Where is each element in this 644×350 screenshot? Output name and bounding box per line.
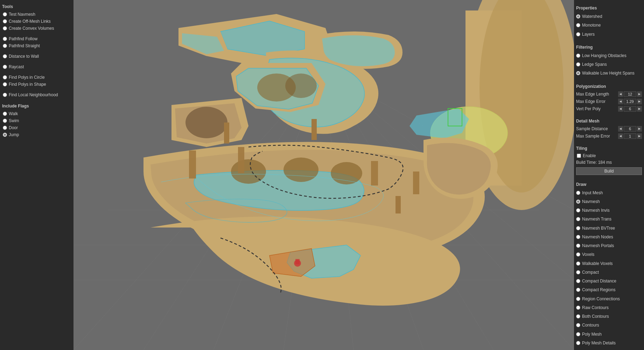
draw-poly-mesh-radio[interactable]	[576, 332, 580, 336]
draw-compact-distance[interactable]: Compact Distance	[576, 277, 642, 285]
max-sample-error-input[interactable]	[624, 133, 636, 139]
tool-pathfind-straight[interactable]: Pathfind Straight	[2, 43, 71, 49]
draw-raw-contours[interactable]: Raw Contours	[576, 303, 642, 312]
draw-walkable-voxels-radio[interactable]	[576, 261, 580, 266]
sample-distance-dec[interactable]: ◄	[618, 126, 623, 132]
tool-pathfind-follow[interactable]: Pathfind Follow	[2, 36, 71, 42]
tool-find-polys-shape-radio[interactable]	[3, 82, 7, 86]
draw-compact-label: Compact	[582, 270, 599, 275]
flag-jump[interactable]: Jump	[2, 132, 71, 138]
draw-navmesh-portals-radio[interactable]	[576, 244, 580, 248]
draw-navmesh-trans-radio[interactable]	[576, 217, 580, 221]
watershed-item[interactable]: Watershed	[576, 12, 642, 21]
build-button[interactable]: Build	[576, 167, 642, 175]
tool-test-navmesh[interactable]: Test Navmesh	[2, 11, 71, 18]
sample-distance-input[interactable]	[624, 126, 636, 132]
flag-walk-radio[interactable]	[3, 112, 7, 116]
viewport[interactable]	[74, 0, 574, 350]
draw-both-contours[interactable]: Both Contours	[576, 312, 642, 321]
tool-distance-wall[interactable]: Distance to Wall	[2, 53, 71, 59]
monotone-radio[interactable]	[576, 23, 580, 27]
tool-create-offmesh[interactable]: Create Off-Mesh Links	[2, 18, 71, 24]
walkable-low-height-item[interactable]: Walkable Low Height Spans	[576, 69, 642, 77]
flag-swim[interactable]: Swim	[2, 118, 71, 124]
tool-find-local-neighbourhood-radio[interactable]	[3, 93, 7, 97]
draw-compact-radio[interactable]	[576, 270, 580, 274]
tool-raycast-radio[interactable]	[3, 65, 7, 69]
flag-walk[interactable]: Walk	[2, 111, 71, 117]
max-edge-error-inc[interactable]: ►	[637, 99, 642, 104]
tool-create-convex-radio[interactable]	[3, 26, 7, 30]
draw-region-connections-radio[interactable]	[576, 297, 580, 301]
draw-compact-regions-radio[interactable]	[576, 288, 580, 292]
draw-navmesh-nodes-radio[interactable]	[576, 235, 580, 239]
vert-per-poly-inc[interactable]: ►	[637, 106, 642, 112]
draw-navmesh-nodes[interactable]: Navmesh Nodes	[576, 233, 642, 241]
draw-walkable-voxels[interactable]: Walkable Voxels	[576, 259, 642, 268]
draw-navmesh-trans[interactable]: Navmesh Trans	[576, 215, 642, 223]
draw-input-mesh[interactable]: Input Mesh	[576, 189, 642, 197]
draw-poly-mesh-details-radio[interactable]	[576, 341, 580, 345]
monotone-item[interactable]: Monotone	[576, 21, 642, 29]
tiling-enable-checkbox[interactable]	[577, 154, 581, 158]
tool-create-offmesh-radio[interactable]	[3, 19, 7, 23]
max-edge-error-dec[interactable]: ◄	[618, 99, 623, 104]
walkable-low-height-radio[interactable]	[576, 71, 580, 75]
tool-pathfind-follow-radio[interactable]	[3, 37, 7, 41]
tool-create-convex[interactable]: Create Convex Volumes	[2, 25, 71, 31]
flag-jump-radio[interactable]	[3, 133, 7, 137]
vert-per-poly-input[interactable]	[624, 106, 636, 112]
tool-pathfind-straight-radio[interactable]	[3, 44, 7, 48]
draw-contours-radio[interactable]	[576, 323, 580, 327]
tool-distance-wall-radio[interactable]	[3, 54, 7, 58]
ledge-spans-item[interactable]: Ledge Spans	[576, 60, 642, 69]
draw-region-connections[interactable]: Region Connections	[576, 295, 642, 303]
draw-navmesh-bvtree-radio[interactable]	[576, 226, 580, 230]
draw-navmesh-invis-radio[interactable]	[576, 208, 580, 212]
tool-find-polys-circle-radio[interactable]	[3, 75, 7, 79]
tool-raycast[interactable]: Raycast	[2, 64, 71, 70]
tool-find-polys-circle[interactable]: Find Polys in Circle	[2, 74, 71, 80]
draw-voxels-radio[interactable]	[576, 252, 580, 257]
sample-distance-inc[interactable]: ►	[637, 126, 642, 132]
flag-door[interactable]: Door	[2, 125, 71, 131]
max-edge-length-dec[interactable]: ◄	[618, 91, 623, 97]
tool-test-navmesh-radio[interactable]	[3, 12, 7, 16]
draw-voxels[interactable]: Voxels	[576, 250, 642, 259]
layers-item[interactable]: Layers	[576, 30, 642, 38]
tool-find-local-neighbourhood[interactable]: Find Local Neighbourhood	[2, 92, 71, 98]
draw-navmesh-invis[interactable]: Navmesh Invis	[576, 206, 642, 215]
max-edge-error-label: Max Edge Error	[576, 99, 617, 104]
draw-poly-mesh-details[interactable]: Poly Mesh Details	[576, 339, 642, 347]
draw-input-mesh-radio[interactable]	[576, 191, 580, 195]
watershed-radio[interactable]	[576, 14, 580, 19]
max-sample-error-dec[interactable]: ◄	[618, 133, 623, 139]
layers-radio[interactable]	[576, 32, 580, 36]
flag-door-radio[interactable]	[3, 126, 7, 130]
ledge-spans-radio[interactable]	[576, 62, 580, 66]
low-hanging-obstacles-radio[interactable]	[576, 54, 580, 58]
draw-compact-distance-radio[interactable]	[576, 279, 580, 283]
vert-per-poly-row: Vert Per Poly ◄ ►	[576, 105, 642, 112]
low-hanging-obstacles-item[interactable]: Low Hanging Obstacles	[576, 51, 642, 60]
max-edge-length-inc[interactable]: ►	[637, 91, 642, 97]
max-edge-length-input[interactable]	[624, 91, 636, 97]
flag-swim-radio[interactable]	[3, 119, 7, 123]
draw-navmesh-nodes-label: Navmesh Nodes	[582, 234, 613, 239]
draw-navmesh-bvtree[interactable]: Navmesh BVTree	[576, 224, 642, 232]
draw-navmesh-radio[interactable]	[576, 200, 580, 204]
svg-rect-32	[189, 150, 196, 178]
draw-poly-mesh[interactable]: Poly Mesh	[576, 330, 642, 338]
max-edge-error-input[interactable]	[624, 99, 636, 104]
draw-navmesh[interactable]: Navmesh	[576, 197, 642, 206]
draw-compact[interactable]: Compact	[576, 268, 642, 276]
vert-per-poly-dec[interactable]: ◄	[618, 106, 623, 112]
draw-raw-contours-radio[interactable]	[576, 306, 580, 310]
draw-compact-regions[interactable]: Compact Regions	[576, 286, 642, 294]
tiling-enable-item[interactable]: Enable	[576, 153, 642, 159]
draw-contours[interactable]: Contours	[576, 321, 642, 329]
tool-find-polys-shape[interactable]: Find Polys in Shape	[2, 81, 71, 88]
draw-navmesh-portals[interactable]: Navmesh Portals	[576, 241, 642, 250]
max-sample-error-inc[interactable]: ►	[637, 133, 642, 139]
draw-both-contours-radio[interactable]	[576, 314, 580, 318]
